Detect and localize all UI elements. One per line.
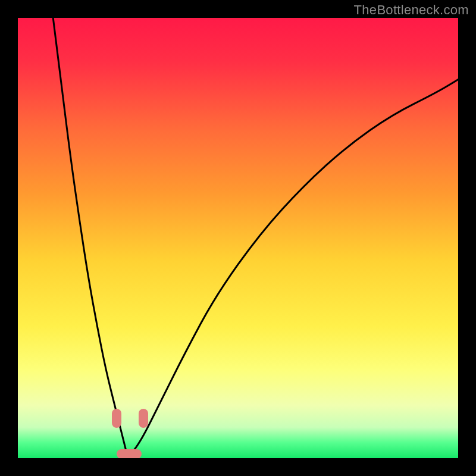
watermark-text: TheBottleneck.com xyxy=(354,2,469,18)
plot-area xyxy=(18,18,458,458)
marker-right-enter-green xyxy=(139,409,148,428)
marker-bottom-min xyxy=(117,449,142,458)
background-gradient xyxy=(18,18,458,458)
marker-left-enter-green xyxy=(112,409,121,428)
svg-rect-0 xyxy=(18,18,458,458)
outer-black-frame: TheBottleneck.com xyxy=(0,0,476,476)
